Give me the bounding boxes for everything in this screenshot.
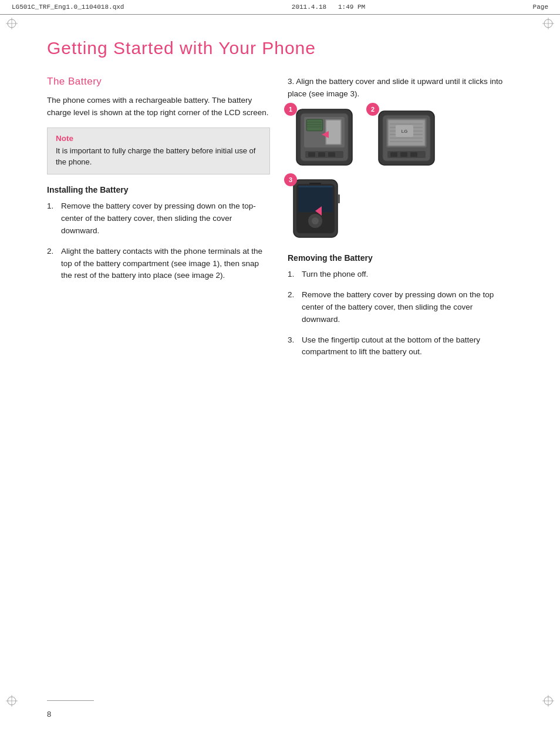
images-row-bottom: 3 xyxy=(288,177,511,241)
svg-rect-47 xyxy=(298,186,333,187)
remove-num-1: 1. xyxy=(288,268,298,281)
battery-heading: The Battery xyxy=(47,76,270,88)
svg-text:LG: LG xyxy=(401,129,407,134)
remove-num-3: 3. xyxy=(288,334,298,359)
content-area: Getting Started with Your Phone The Batt… xyxy=(0,15,560,402)
svg-rect-25 xyxy=(318,152,325,157)
remove-step-3: 3. Use the fingertip cutout at the botto… xyxy=(288,334,511,359)
phone-image-2: 2 xyxy=(370,106,446,171)
reg-mark-bl xyxy=(6,695,18,707)
left-column: The Battery The phone comes with a recha… xyxy=(47,76,270,367)
install-step-1: 1. Remove the battery cover by pressing … xyxy=(47,200,270,237)
remove-step-2: 2. Remove the battery cover by pressing … xyxy=(288,289,511,326)
page-wrapper: LG501C_TRF_Eng1.0_1104018.qxd 2011.4.18 … xyxy=(0,0,560,742)
reg-mark-tr xyxy=(542,18,554,29)
badge-2: 2 xyxy=(366,103,379,116)
svg-rect-16 xyxy=(307,120,322,130)
remove-num-2: 2. xyxy=(288,289,298,326)
remove-step-1: 1. Turn the phone off. xyxy=(288,268,511,281)
install-text-2: Alight the battery contacts with the pho… xyxy=(61,246,270,283)
step3-text: 3. Align the battery cover and slide it … xyxy=(288,76,511,100)
svg-rect-42 xyxy=(400,152,407,157)
note-box: Note It is important to fully charge the… xyxy=(47,127,270,174)
phone-svg-3 xyxy=(288,177,346,241)
svg-rect-24 xyxy=(308,152,315,157)
images-row-top: 1 xyxy=(288,106,511,171)
images-container: 1 xyxy=(288,106,511,241)
battery-intro-text: The phone comes with a rechargeable batt… xyxy=(47,95,270,119)
two-col-layout: The Battery The phone comes with a recha… xyxy=(47,76,525,367)
note-text: It is important to fully charge the batt… xyxy=(56,145,261,168)
svg-rect-48 xyxy=(309,183,321,184)
svg-rect-26 xyxy=(328,152,335,157)
installing-heading: Installing the Battery xyxy=(47,185,270,194)
svg-rect-41 xyxy=(390,152,397,157)
install-step-2: 2. Alight the battery contacts with the … xyxy=(47,246,270,283)
removing-heading: Removing the Battery xyxy=(288,253,511,263)
install-num-2: 2. xyxy=(47,246,58,283)
phone-svg-2: LG xyxy=(370,106,446,171)
remove-text-2: Remove the battery cover by pressing dow… xyxy=(302,289,511,326)
page-footer: 8 xyxy=(47,710,525,719)
phone-svg-1 xyxy=(288,106,364,171)
page-title: Getting Started with Your Phone xyxy=(47,38,525,58)
svg-rect-43 xyxy=(410,152,417,157)
page-info: Page xyxy=(533,4,548,11)
file-name: LG501C_TRF_Eng1.0_1104018.qxd xyxy=(12,4,124,11)
reg-mark-tl xyxy=(6,18,18,29)
badge-3: 3 xyxy=(284,173,297,186)
svg-rect-51 xyxy=(338,194,340,203)
phone-image-3: 3 xyxy=(288,177,346,241)
phone-image-1: 1 xyxy=(288,106,364,171)
badge-1: 1 xyxy=(284,103,297,116)
remove-text-1: Turn the phone off. xyxy=(302,268,511,281)
svg-point-50 xyxy=(312,217,319,224)
note-label: Note xyxy=(56,134,261,143)
header-bar: LG501C_TRF_Eng1.0_1104018.qxd 2011.4.18 … xyxy=(0,0,560,15)
footer-line xyxy=(47,700,94,701)
page-number: 8 xyxy=(47,710,51,719)
install-text-1: Remove the battery cover by pressing dow… xyxy=(61,200,270,237)
reg-mark-br xyxy=(542,695,554,707)
date-time: 2011.4.18 1:49 PM xyxy=(292,4,365,11)
remove-text-3: Use the fingertip cutout at the bottom o… xyxy=(302,334,511,359)
right-column: 3. Align the battery cover and slide it … xyxy=(288,76,511,367)
install-num-1: 1. xyxy=(47,200,58,237)
svg-rect-46 xyxy=(298,186,333,212)
